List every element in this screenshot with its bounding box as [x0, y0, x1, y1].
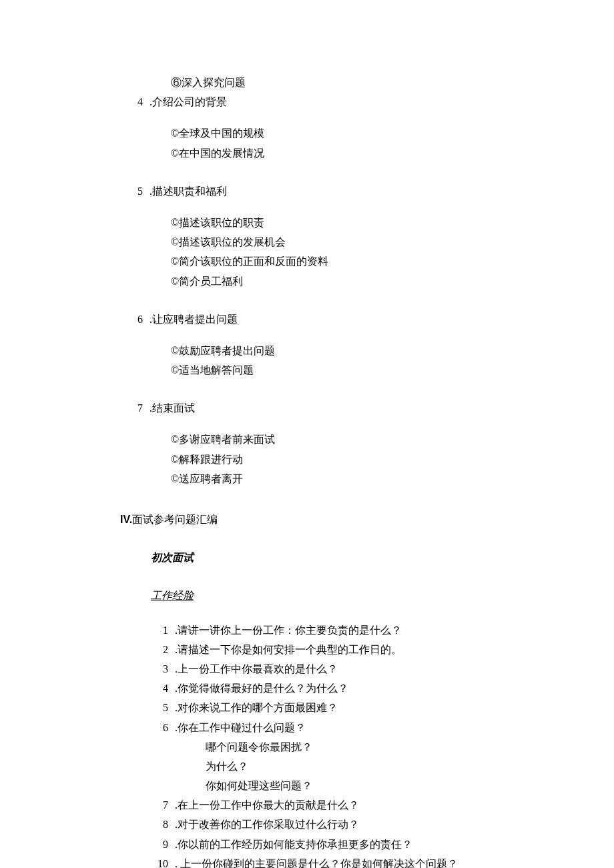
question-list: 1 .请讲一讲你上一份工作：你主要负责的是什么？ 2 .请描述一下你是如何安排一…	[120, 621, 494, 868]
question-text: .你觉得做得最好的是什么？为什么？	[175, 679, 494, 697]
section-title: .介绍公司的背景	[149, 93, 494, 111]
item: ©描述该职位的职责	[171, 213, 494, 232]
heading-text: 工作经脸	[151, 590, 194, 601]
work-experience-heading: 工作经脸	[120, 586, 494, 604]
question-number: 4	[151, 679, 175, 697]
question-number: 6	[151, 719, 175, 737]
section-number: 4	[120, 93, 149, 111]
section-number: 7	[120, 399, 149, 417]
question-row: 2 .请描述一下你是如何安排一个典型的工作日的。	[151, 640, 494, 659]
question-row: 6 .你在工作中碰过什么问题？	[151, 719, 494, 737]
section-iv-title: 面试参考问题汇编	[132, 514, 218, 525]
item: ©简介该职位的正面和反面的资料	[171, 252, 494, 270]
item: ©适当地解答问题	[171, 361, 494, 379]
item: ©解释跟进行动	[171, 450, 494, 468]
question-text: . 上一份你碰到的主要问题是什么？你是如何解决这个问题？	[175, 855, 494, 868]
question-number: 1	[151, 621, 175, 639]
question-row: 9 .你以前的工作经历如何能支持你承担更多的责任？	[151, 835, 494, 853]
question-row: 4 .你觉得做得最好的是什么？为什么？	[151, 679, 494, 697]
section-6-heading: 6 .让应聘者提出问题	[120, 310, 494, 328]
question-text: .请讲一讲你上一份工作：你主要负责的是什么？	[175, 621, 494, 639]
question-sub: 哪个问题令你最困扰？	[151, 738, 494, 756]
question-number: 8	[151, 815, 175, 833]
question-text: .你以前的工作经历如何能支持你承担更多的责任？	[175, 835, 494, 853]
question-row: 5 .对你来说工作的哪个方面最困难？	[151, 699, 494, 717]
roman-numeral: IV.	[120, 514, 132, 525]
section-5-heading: 5 .描述职责和福利	[120, 182, 494, 200]
section-title: .结束面试	[149, 399, 494, 417]
section-7-items: ©多谢应聘者前来面试 ©解释跟进行动 ©送应聘者离开	[120, 430, 494, 488]
item: ©鼓励应聘者提出问题	[171, 342, 494, 360]
section-title: .让应聘者提出问题	[149, 310, 494, 328]
question-row: 10 . 上一份你碰到的主要问题是什么？你是如何解决这个问题？	[151, 855, 494, 868]
question-text: .对你来说工作的哪个方面最困难？	[175, 699, 494, 717]
question-text: .对于改善你的工作你采取过什么行动？	[175, 815, 494, 833]
document-page: ⑥深入探究问题 4 .介绍公司的背景 ©全球及中国的规模 ©在中国的发展情况 5…	[0, 0, 614, 868]
initial-interview-heading: 初次面试	[120, 548, 494, 566]
item: ©多谢应聘者前来面试	[171, 430, 494, 448]
question-row: 7 .在上一份工作中你最大的贡献是什么？	[151, 796, 494, 814]
section-number: 5	[120, 182, 149, 200]
question-number: 9	[151, 835, 175, 853]
question-number: 3	[151, 660, 175, 678]
question-row: 1 .请讲一讲你上一份工作：你主要负责的是什么？	[151, 621, 494, 639]
section-number: 6	[120, 310, 149, 328]
question-text: .请描述一下你是如何安排一个典型的工作日的。	[175, 640, 494, 659]
question-number: 2	[151, 640, 175, 659]
section-3-item-6: ⑥深入探究问题	[120, 73, 494, 91]
question-text: .上一份工作中你最喜欢的是什么？	[175, 660, 494, 678]
question-number: 10	[151, 855, 175, 868]
question-number: 7	[151, 796, 175, 814]
question-row: 3 .上一份工作中你最喜欢的是什么？	[151, 660, 494, 678]
section-7-heading: 7 .结束面试	[120, 399, 494, 417]
heading-text: 初次面试	[151, 552, 194, 563]
question-text: .你在工作中碰过什么问题？	[175, 719, 494, 737]
item: ©在中国的发展情况	[171, 144, 494, 162]
section-4-items: ©全球及中国的规模 ©在中国的发展情况	[120, 124, 494, 161]
item: ©描述该职位的发展机会	[171, 233, 494, 251]
question-number: 5	[151, 699, 175, 717]
question-sub: 你如何处理这些问题？	[151, 777, 494, 795]
item: ©送应聘者离开	[171, 470, 494, 488]
section-4-heading: 4 .介绍公司的背景	[120, 93, 494, 111]
section-5-items: ©描述该职位的职责 ©描述该职位的发展机会 ©简介该职位的正面和反面的资料 ©简…	[120, 213, 494, 290]
section-iv-heading: IV.面试参考问题汇编	[120, 510, 494, 528]
item: ©全球及中国的规模	[171, 124, 494, 142]
section-title: .描述职责和福利	[149, 182, 494, 200]
question-row: 8 .对于改善你的工作你采取过什么行动？	[151, 815, 494, 833]
question-text: .在上一份工作中你最大的贡献是什么？	[175, 796, 494, 814]
text: ⑥深入探究问题	[171, 77, 246, 88]
question-sub: 为什么？	[151, 757, 494, 775]
item: ©简介员工福利	[171, 272, 494, 290]
section-6-items: ©鼓励应聘者提出问题 ©适当地解答问题	[120, 342, 494, 379]
